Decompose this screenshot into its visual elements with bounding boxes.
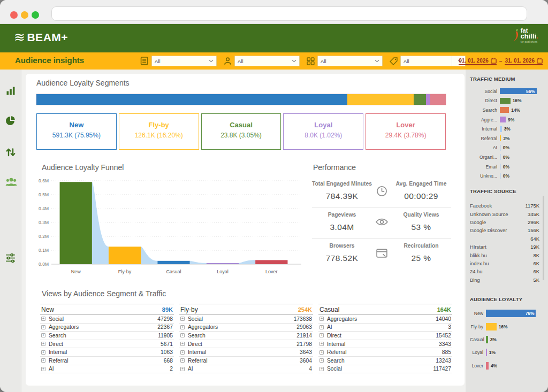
table-row[interactable]: Referral668: [40, 357, 174, 365]
traffic-source-row[interactable]: Unknown Source345K: [470, 210, 545, 218]
nav-pie-chart[interactable]: [5, 116, 16, 126]
expand-plus-icon[interactable]: [41, 342, 45, 346]
close-window-button[interactable]: [10, 11, 18, 19]
table-header[interactable]: New89K: [40, 304, 174, 315]
expand-plus-icon[interactable]: [180, 317, 185, 321]
table-row[interactable]: Direct15452: [318, 332, 452, 340]
date-from[interactable]: 01. 01. 2026: [459, 58, 497, 65]
traffic-source-row[interactable]: blikk.hu8K: [470, 251, 545, 259]
traffic-source-row[interactable]: Facebook1175K: [470, 202, 545, 210]
table-row[interactable]: Referral885: [318, 348, 452, 357]
segment-bar-lover[interactable]: [430, 94, 446, 105]
app-logo[interactable]: ≋ BEAM+: [14, 30, 68, 44]
nav-traffic[interactable]: [5, 147, 16, 158]
expand-plus-icon[interactable]: [319, 342, 324, 346]
table-row[interactable]: AI4: [179, 365, 313, 374]
funnel-bar-casual[interactable]: [157, 261, 189, 264]
traffic-source-row[interactable]: 24.hu6K: [470, 267, 545, 275]
segment-bar-new[interactable]: [36, 94, 347, 105]
traffic-source-row[interactable]: Google Discover156K: [470, 226, 545, 234]
content-type-dropdown[interactable]: All: [151, 56, 217, 66]
maximize-window-button[interactable]: [32, 11, 39, 19]
traffic-medium-row[interactable]: Organi...0%: [470, 152, 545, 162]
segment-card-new[interactable]: New591.3K (75.95%): [36, 113, 117, 150]
segment-card-casual[interactable]: Casual23.8K (3.05%): [201, 113, 281, 150]
date-to[interactable]: 31. 01. 2026: [505, 58, 543, 65]
segment-card-fly-by[interactable]: Fly-by126.1K (16.20%): [119, 113, 199, 150]
funnel-bar-fly-by[interactable]: [109, 247, 141, 264]
expand-plus-icon[interactable]: [180, 367, 185, 371]
table-row[interactable]: Referral3604: [179, 357, 313, 365]
table-header[interactable]: Casual164K: [318, 304, 452, 315]
expand-plus-icon[interactable]: [41, 350, 45, 355]
expand-plus-icon[interactable]: [41, 333, 45, 337]
traffic-medium-row[interactable]: Unkno...0%: [470, 171, 545, 181]
nav-bar-chart[interactable]: [5, 86, 16, 96]
funnel-bar-loyal[interactable]: [207, 263, 239, 264]
audience-loyalty-row[interactable]: New76%: [470, 307, 545, 320]
table-row[interactable]: Direct5671: [40, 340, 174, 349]
expand-plus-icon[interactable]: [319, 317, 324, 321]
traffic-medium-row[interactable]: Internal3%: [470, 124, 545, 134]
table-row[interactable]: Aggregators14040: [318, 315, 452, 324]
funnel-bar-new[interactable]: [60, 182, 92, 264]
traffic-source-row[interactable]: Bing5K: [470, 276, 545, 284]
table-row[interactable]: Aggregators29063: [179, 324, 313, 332]
table-row[interactable]: Search21914: [179, 332, 313, 340]
expand-plus-icon[interactable]: [319, 350, 324, 355]
table-row[interactable]: Internal3643: [179, 348, 313, 357]
table-row[interactable]: AI3: [318, 324, 452, 332]
segment-bar-casual[interactable]: [414, 94, 426, 105]
table-row[interactable]: Internal3343: [318, 340, 452, 349]
segment-card-lover[interactable]: Lover29.4K (3.78%): [366, 113, 446, 150]
audience-loyalty-row[interactable]: Loyal1%: [470, 346, 545, 359]
author-dropdown[interactable]: All: [234, 56, 300, 66]
table-row[interactable]: Search13243: [318, 357, 452, 365]
expand-plus-icon[interactable]: [180, 350, 185, 355]
expand-plus-icon[interactable]: [180, 325, 185, 329]
traffic-medium-row[interactable]: Social56%: [470, 87, 545, 96]
table-row[interactable]: AI2: [40, 365, 174, 374]
audience-loyalty-row[interactable]: Fly-by16%: [470, 320, 545, 333]
table-row[interactable]: Search11905: [40, 332, 174, 340]
segment-card-loyal[interactable]: Loyal8.0K (1.02%): [283, 113, 363, 150]
traffic-medium-row[interactable]: Search14%: [470, 105, 545, 115]
expand-plus-icon[interactable]: [41, 325, 45, 329]
segment-bar-loyal[interactable]: [426, 94, 430, 105]
expand-plus-icon[interactable]: [41, 317, 45, 321]
minimize-window-button[interactable]: [21, 11, 28, 19]
nav-audience[interactable]: [5, 176, 16, 187]
table-row[interactable]: Direct21798: [179, 340, 313, 349]
traffic-medium-row[interactable]: AI0%: [470, 143, 545, 153]
audience-loyalty-row[interactable]: Lover4%: [470, 359, 545, 372]
expand-plus-icon[interactable]: [180, 333, 185, 337]
audience-loyalty-row[interactable]: Casual3%: [470, 333, 545, 346]
expand-plus-icon[interactable]: [41, 367, 45, 371]
table-row[interactable]: Social117427: [318, 365, 452, 374]
traffic-source-row[interactable]: 64K: [470, 235, 545, 243]
expand-plus-icon[interactable]: [319, 333, 324, 337]
category-dropdown[interactable]: All: [317, 56, 383, 66]
address-bar[interactable]: [51, 6, 527, 21]
expand-plus-icon[interactable]: [319, 325, 324, 329]
table-row[interactable]: Aggregators22367: [40, 324, 174, 332]
expand-plus-icon[interactable]: [319, 358, 324, 363]
traffic-source-row[interactable]: Hírstart19K: [470, 243, 545, 251]
table-row[interactable]: Social47298: [40, 315, 174, 324]
traffic-medium-row[interactable]: Email0%: [470, 162, 545, 172]
traffic-source-row[interactable]: Google296K: [470, 218, 545, 226]
traffic-medium-row[interactable]: Aggre...9%: [470, 115, 545, 125]
expand-plus-icon[interactable]: [319, 367, 324, 371]
expand-plus-icon[interactable]: [180, 342, 185, 346]
nav-settings[interactable]: [5, 253, 16, 264]
expand-plus-icon[interactable]: [41, 358, 45, 363]
table-row[interactable]: Social173638: [179, 315, 313, 324]
table-header[interactable]: Fly-by254K: [179, 304, 313, 315]
scrollbar[interactable]: [543, 196, 544, 280]
table-row[interactable]: Internal1063: [40, 348, 174, 357]
traffic-medium-row[interactable]: Direct16%: [470, 96, 545, 106]
segment-bar-fly-by[interactable]: [347, 94, 414, 105]
expand-plus-icon[interactable]: [180, 358, 185, 363]
funnel-bar-lover[interactable]: [255, 260, 287, 264]
traffic-source-row[interactable]: index.hu6K: [470, 259, 545, 267]
